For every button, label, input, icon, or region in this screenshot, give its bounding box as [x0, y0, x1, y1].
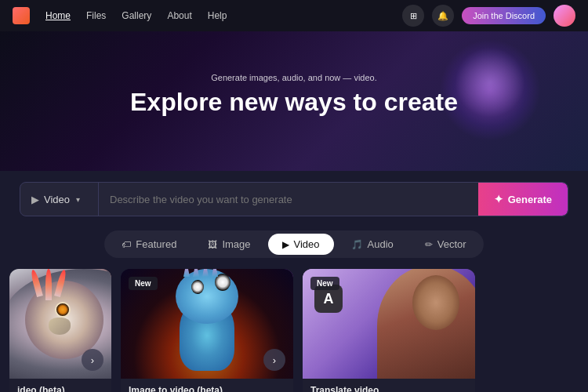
search-type-label: Video	[44, 194, 70, 205]
video-type-icon: ▶	[31, 194, 39, 205]
tab-vector[interactable]: ✏ Vector	[411, 234, 481, 255]
parrot-beak	[49, 318, 71, 335]
generate-icon: ✦	[494, 193, 503, 205]
person-area	[373, 269, 475, 379]
tab-video[interactable]: ▶ Video	[268, 234, 334, 255]
search-bar: ▶ Video ▾ ✦ Generate	[20, 182, 568, 216]
hero-section: Generate images, audio, and now — video.…	[0, 31, 588, 171]
spike-3	[202, 269, 209, 277]
cards-section: › ideo (beta) video clips from a detaile…	[0, 269, 588, 392]
nav-link-home[interactable]: Home	[45, 10, 71, 21]
tab-image-label: Image	[222, 238, 250, 250]
tab-vector-label: Vector	[437, 238, 466, 250]
app-logo[interactable]	[13, 7, 30, 24]
tabs-container: 🏷 Featured 🖼 Image ▶ Video 🎵 Audio ✏ Vec…	[104, 230, 483, 258]
spike-2	[193, 269, 199, 277]
search-bar-wrap: ▶ Video ▾ ✦ Generate	[0, 171, 588, 227]
parrot-card-title: ideo (beta)	[17, 385, 103, 392]
navbar: Home Files Gallery About Help ⊞ 🔔 Join t…	[0, 0, 588, 31]
featured-icon: 🏷	[122, 239, 131, 250]
nav-link-gallery[interactable]: Gallery	[122, 10, 151, 21]
audio-icon: 🎵	[351, 239, 363, 250]
tab-featured-label: Featured	[136, 238, 176, 250]
vector-icon: ✏	[425, 239, 433, 250]
crest-feather-2	[45, 269, 52, 300]
generate-label: Generate	[508, 194, 552, 205]
hero-title: Explore new ways to create	[130, 89, 458, 116]
tab-audio[interactable]: 🎵 Audio	[337, 234, 408, 255]
search-input[interactable]	[99, 194, 478, 205]
card-monster[interactable]: New › Image to video (beta) Start with a…	[121, 269, 293, 392]
nav-right: ⊞ 🔔 Join the Discord	[402, 5, 575, 27]
nav-left: Home Files Gallery About Help	[13, 7, 227, 24]
monster-card-title: Image to video (beta)	[129, 385, 285, 392]
grid-icon-btn[interactable]: ⊞	[402, 5, 424, 27]
join-discord-button[interactable]: Join the Discord	[462, 7, 546, 24]
bg-orb-2	[455, 47, 525, 118]
monster-eye-left	[191, 280, 204, 294]
person-head	[412, 275, 459, 330]
nav-link-about[interactable]: About	[167, 10, 191, 21]
tab-video-label: Video	[294, 238, 320, 250]
search-type-selector[interactable]: ▶ Video ▾	[20, 183, 99, 216]
tabs-wrap: 🏷 Featured 🖼 Image ▶ Video 🎵 Audio ✏ Vec…	[0, 227, 588, 269]
monster-card-info: Image to video (beta) Start with an imag…	[121, 379, 293, 392]
tab-audio-label: Audio	[368, 238, 394, 250]
monster-card-arrow[interactable]: ›	[263, 349, 285, 371]
nav-link-help[interactable]: Help	[208, 10, 227, 21]
parrot-eye	[55, 302, 71, 318]
monster-new-badge: New	[129, 277, 158, 290]
monster-spikes	[183, 269, 218, 277]
parrot-card-info: ideo (beta) video clips from a detailed	[9, 379, 111, 392]
spike-1	[183, 269, 190, 277]
tab-featured[interactable]: 🏷 Featured	[107, 234, 191, 255]
tab-image[interactable]: 🖼 Image	[194, 234, 264, 255]
translate-new-badge: New	[310, 277, 339, 290]
translate-card-info: Translate video Upload video to translat…	[303, 379, 475, 392]
hero-top-text: Generate images, audio, and now — video.	[211, 73, 377, 82]
card-parrot[interactable]: › ideo (beta) video clips from a detaile…	[9, 269, 111, 392]
video-icon: ▶	[282, 239, 289, 250]
card-translate[interactable]: A New Translate video Upload video to tr…	[303, 269, 475, 392]
chevron-down-icon: ▾	[76, 195, 80, 204]
user-avatar[interactable]	[554, 5, 575, 27]
bell-icon-btn[interactable]: 🔔	[432, 5, 454, 27]
nav-link-files[interactable]: Files	[86, 10, 106, 21]
translate-card-title: Translate video	[310, 385, 467, 392]
generate-button[interactable]: ✦ Generate	[478, 183, 568, 216]
parrot-card-arrow[interactable]: ›	[82, 349, 103, 371]
spike-4	[212, 269, 218, 277]
parrot-crest	[37, 269, 60, 300]
image-icon: 🖼	[208, 239, 217, 250]
